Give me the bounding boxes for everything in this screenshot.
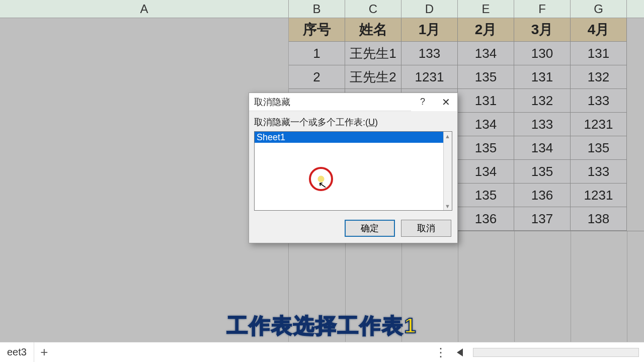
ok-button[interactable]: 确定 [345, 220, 395, 237]
horizontal-scrollbar[interactable] [473, 348, 639, 357]
cell[interactable]: 133 [514, 113, 571, 136]
header-cell[interactable]: 序号 [289, 18, 345, 42]
scroll-down-icon[interactable]: ▼ [443, 202, 452, 210]
col-header-B[interactable]: B [289, 0, 345, 18]
cell[interactable]: 135 [458, 136, 514, 160]
cell[interactable]: 130 [514, 42, 571, 65]
scrollbar-track[interactable] [443, 132, 452, 210]
list-item[interactable]: Sheet1 [255, 132, 452, 143]
cell[interactable]: 134 [514, 136, 571, 160]
cell[interactable]: 131 [458, 89, 514, 113]
cell[interactable]: 136 [514, 184, 571, 207]
sheet-tab[interactable]: eet3 [0, 342, 34, 363]
cell[interactable]: 1 [289, 42, 345, 65]
sheet-listbox[interactable]: Sheet1 ▲ ▼ [254, 131, 452, 211]
cell[interactable]: 133 [401, 42, 458, 65]
cell[interactable]: 137 [514, 207, 571, 231]
scroll-up-icon[interactable]: ▲ [443, 132, 452, 140]
col-header-C[interactable]: C [345, 0, 401, 18]
help-button[interactable]: ? [411, 93, 434, 111]
column-headers: A B C D E F G [0, 0, 644, 18]
cell[interactable]: 2 [289, 65, 345, 89]
column-a-blank[interactable] [0, 18, 289, 342]
cell[interactable]: 138 [571, 207, 627, 231]
close-button[interactable]: ✕ [434, 93, 457, 111]
cell[interactable]: 136 [458, 207, 514, 231]
header-cell[interactable]: 1月 [401, 18, 458, 42]
cell[interactable]: 132 [571, 65, 627, 89]
table-row: 1 王先生1 133 134 130 131 [289, 42, 644, 65]
cell[interactable]: 131 [571, 42, 627, 65]
header-cell[interactable]: 3月 [514, 18, 571, 42]
cancel-button[interactable]: 取消 [401, 220, 451, 237]
cell[interactable]: 135 [458, 184, 514, 207]
col-header-F[interactable]: F [514, 0, 571, 18]
dialog-titlebar[interactable]: 取消隐藏 ? ✕ [249, 93, 457, 111]
table-header-row: 序号 姓名 1月 2月 3月 4月 [289, 18, 644, 42]
cell[interactable]: 135 [514, 160, 571, 184]
cell[interactable]: 1231 [401, 65, 458, 89]
col-header-G[interactable]: G [571, 0, 627, 18]
table-row: 2 王先生2 1231 135 131 132 [289, 65, 644, 89]
cell[interactable]: 134 [458, 42, 514, 65]
col-header-A[interactable]: A [0, 0, 289, 18]
dialog-label: 取消隐藏一个或多个工作表:(U) [254, 116, 452, 128]
cell[interactable]: 131 [514, 65, 571, 89]
dialog-title: 取消隐藏 [254, 96, 290, 108]
col-header-rest [627, 0, 644, 18]
cell[interactable]: 王先生1 [345, 42, 401, 65]
col-header-E[interactable]: E [458, 0, 514, 18]
scroll-left-icon[interactable] [457, 348, 463, 356]
cell[interactable]: 134 [458, 113, 514, 136]
cell[interactable]: 1231 [571, 113, 627, 136]
cell[interactable]: 134 [458, 160, 514, 184]
cell[interactable]: 王先生2 [345, 65, 401, 89]
add-sheet-button[interactable]: + [34, 344, 54, 360]
cell[interactable]: 1231 [571, 184, 627, 207]
more-icon[interactable]: ⋮ [435, 345, 447, 359]
cell[interactable]: 133 [571, 160, 627, 184]
cell[interactable]: 135 [458, 65, 514, 89]
unhide-dialog: 取消隐藏 ? ✕ 取消隐藏一个或多个工作表:(U) Sheet1 ▲ ▼ 确定 … [249, 93, 458, 243]
header-cell[interactable]: 2月 [458, 18, 514, 42]
sheet-tab-bar: eet3 + ⋮ [0, 342, 644, 362]
cell[interactable]: 132 [514, 89, 571, 113]
cell[interactable]: 135 [571, 136, 627, 160]
header-cell[interactable]: 姓名 [345, 18, 401, 42]
cell[interactable]: 133 [571, 89, 627, 113]
header-cell[interactable]: 4月 [571, 18, 627, 42]
subtitle-caption: 工作表选择工作表1 [0, 312, 644, 340]
col-header-D[interactable]: D [401, 0, 458, 18]
